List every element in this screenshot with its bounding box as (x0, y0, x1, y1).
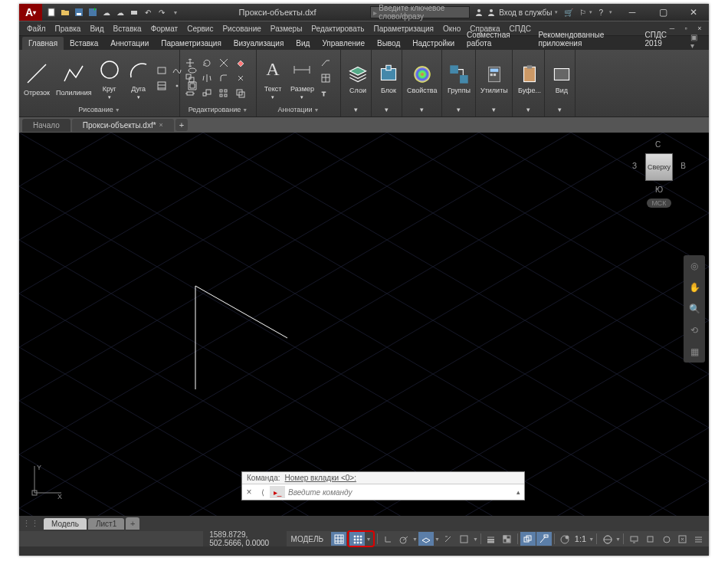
cloud-save-icon[interactable]: ☁ (114, 6, 126, 18)
cart-icon[interactable]: 🛒 (564, 8, 573, 17)
snap-mode-button[interactable] (349, 532, 365, 546)
drawing-canvas[interactable]: С З В Сверху Ю МСК ◎ ✋ 🔍 ⟲ ▦ Y X Команда… (19, 133, 709, 516)
help-dropdown[interactable]: ▾ (609, 9, 612, 15)
ribbon-tab-view[interactable]: Вид (290, 37, 316, 50)
doc-close-button[interactable]: × (694, 23, 706, 34)
scale-icon[interactable] (200, 87, 214, 100)
explode-icon[interactable] (234, 71, 248, 85)
utils-expand[interactable]: ▾ (479, 104, 509, 115)
viewcube-top-face[interactable]: Сверху (645, 153, 673, 181)
customize-icon[interactable] (690, 532, 706, 546)
utilities-button[interactable]: Утилиты (479, 61, 510, 96)
menu-insert[interactable]: Вставка (108, 22, 146, 35)
nav-orbit-icon[interactable]: ⟲ (684, 320, 705, 341)
viewcube-south[interactable]: Ю (655, 185, 663, 194)
ribbon-tab-home[interactable]: Главная (22, 37, 64, 50)
trim-icon[interactable] (217, 56, 231, 70)
layout-tab-model[interactable]: Модель (44, 518, 87, 530)
props-expand[interactable]: ▾ (405, 104, 438, 115)
layout-grip-icon[interactable]: ⋮⋮ (22, 519, 39, 529)
osnap-button[interactable] (457, 532, 472, 546)
mirror-icon[interactable] (200, 71, 214, 85)
scale-display[interactable]: 1:1 (573, 532, 588, 546)
nav-zoom-icon[interactable]: 🔍 (684, 298, 705, 320)
save-icon[interactable] (73, 6, 85, 18)
dimension-button[interactable]: Размер▾ (289, 54, 316, 102)
erase-icon[interactable] (234, 56, 248, 70)
minimize-button[interactable]: ─ (617, 4, 648, 21)
file-tab-add-button[interactable]: + (175, 119, 188, 131)
clean-screen-icon[interactable] (674, 532, 690, 546)
arc-button[interactable]: Дуга▾ (126, 54, 152, 102)
table-icon[interactable] (319, 71, 333, 85)
login-button[interactable]: Вход в службы (499, 8, 552, 17)
autosnap-button[interactable] (441, 532, 456, 546)
ribbon-tab-collab[interactable]: Совместная работа (461, 28, 532, 50)
command-window[interactable]: Команда: Номер вкладки <0>: × ⟨ ▸_ ▴ (241, 471, 525, 500)
login-dropdown[interactable]: ▾ (555, 9, 558, 15)
nav-pan-icon[interactable]: ✋ (684, 277, 705, 298)
text-button[interactable]: A Текст▾ (260, 54, 286, 102)
ribbon-tab-parametric[interactable]: Параметризация (155, 37, 228, 50)
polar-button[interactable] (396, 532, 412, 546)
menu-file[interactable]: Файл (22, 22, 51, 35)
view-button[interactable]: Вид (548, 61, 576, 96)
ribbon-tab-manage[interactable]: Управление (316, 37, 371, 50)
polyline-button[interactable]: Полилиния (54, 58, 93, 98)
menu-draw[interactable]: Рисование (218, 22, 265, 35)
close-button[interactable]: ✕ (678, 4, 709, 21)
qat-dropdown-icon[interactable]: ▼ (169, 6, 182, 18)
groups-button[interactable]: Группы (445, 61, 473, 96)
nav-wheel-icon[interactable]: ◎ (684, 255, 705, 277)
saveas-icon[interactable] (87, 6, 99, 18)
hardware-accel-icon[interactable] (658, 532, 674, 546)
selection-cycle-button[interactable] (520, 532, 536, 546)
share-icon[interactable]: ⚐ (579, 8, 586, 17)
ortho-button[interactable] (380, 532, 395, 546)
clipboard-button[interactable]: Буфе... (516, 61, 543, 96)
file-tab-close-icon[interactable]: × (159, 121, 163, 129)
ribbon-tab-visualize[interactable]: Визуализация (228, 37, 290, 50)
menu-format[interactable]: Формат (146, 22, 183, 35)
block-expand[interactable]: ▾ (375, 104, 398, 115)
annotate-scale-icon[interactable] (557, 532, 572, 546)
ribbon-tab-annotations[interactable]: Аннотации (104, 37, 155, 50)
offset-icon[interactable] (234, 87, 248, 100)
file-tab-start[interactable]: Начало (22, 119, 71, 132)
ribbon-options-icon[interactable]: ▣ ▾ (686, 33, 706, 50)
snap-dropdown-button[interactable]: ▼ (365, 532, 372, 546)
cmd-expand-icon[interactable]: ▴ (512, 488, 524, 496)
isolate-icon[interactable] (642, 532, 657, 546)
menu-parametric[interactable]: Параметризация (369, 22, 438, 35)
array-icon[interactable] (217, 87, 231, 100)
dynamic-input-button[interactable] (536, 532, 552, 546)
app-logo[interactable]: A ▾ (19, 4, 42, 21)
ribbon-tab-addins[interactable]: Надстройки (406, 37, 461, 50)
viewcube-north[interactable]: С (655, 140, 661, 149)
isodraft-button[interactable] (418, 532, 434, 546)
circle-button[interactable]: Круг▾ (97, 54, 123, 102)
menu-service[interactable]: Сервис (182, 22, 218, 35)
cloud-open-icon[interactable]: ☁ (100, 6, 113, 18)
menu-edit[interactable]: Правка (51, 22, 86, 35)
open-icon[interactable] (59, 6, 71, 18)
layers-button[interactable]: Слои (344, 61, 372, 96)
help-icon[interactable]: ? (598, 8, 603, 17)
block-button[interactable]: Блок (375, 61, 402, 96)
clip-expand[interactable]: ▾ (516, 104, 541, 115)
rotate-icon[interactable] (200, 56, 214, 70)
ribbon-tab-output[interactable]: Вывод (371, 37, 406, 50)
properties-button[interactable]: Свойства (405, 61, 439, 96)
viewcube-wcs[interactable]: МСК (647, 199, 671, 208)
grid-display-button[interactable] (331, 532, 346, 546)
annotation-monitor-icon[interactable] (626, 532, 641, 546)
plot-icon[interactable] (128, 6, 140, 18)
ribbon-tab-insert[interactable]: Вставка (64, 37, 104, 50)
status-model-button[interactable]: МОДЕЛЬ (287, 535, 328, 543)
layout-tab-add-button[interactable]: + (126, 517, 139, 530)
status-coordinates[interactable]: 1589.8729, 502.5666, 0.0000 (203, 531, 286, 546)
rect-icon[interactable] (155, 64, 169, 77)
layout-tab-sheet1[interactable]: Лист1 (88, 518, 124, 530)
view-expand[interactable]: ▾ (548, 104, 572, 115)
nav-showmotion-icon[interactable]: ▦ (684, 341, 705, 363)
